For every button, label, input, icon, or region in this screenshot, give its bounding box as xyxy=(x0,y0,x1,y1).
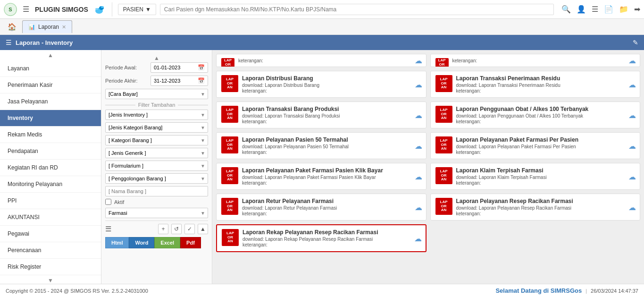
cloud-download-distribusi-icon[interactable]: ☁ xyxy=(415,80,422,89)
home-tab[interactable]: 🏠 xyxy=(4,20,20,34)
report-card-penggunaan-obat[interactable]: LAPORAN Laporan Penggunaan Obat / Alkes … xyxy=(430,102,641,128)
cloud-icon-partial-right[interactable]: ☁ xyxy=(628,56,636,65)
sidebar-item-pegawai[interactable]: Pegawai xyxy=(0,226,101,242)
sidebar-item-rekam-medis[interactable]: Rekam Medis xyxy=(0,127,101,143)
cloud-download-transaksi-produksi-icon[interactable]: ☁ xyxy=(415,110,422,119)
patient-search-box[interactable] xyxy=(160,4,554,15)
check-action-button[interactable]: ✓ xyxy=(184,224,195,234)
report-card-transaksi-produksi[interactable]: LAPORAN Laporan Transaksi Barang Produks… xyxy=(216,102,427,128)
cloud-download-penerimaan-residu-icon[interactable]: ☁ xyxy=(628,80,636,89)
periode-awal-field[interactable] xyxy=(154,65,198,70)
jenis-kategori-select[interactable]: [Jenis Kategori Barang] xyxy=(105,122,208,133)
top-partial-reports-grid: LAPORAN keterangan: ☁ LAPORAN keterangan… xyxy=(216,54,640,67)
cara-bayar-select[interactable]: [Cara Bayar] xyxy=(105,89,208,99)
logout-icon[interactable]: ➡ xyxy=(634,5,640,14)
report-card-rekap-resep-racikan[interactable]: LAPORAN Laporan Rekap Pelayanan Resep Ra… xyxy=(216,224,427,252)
formularium-wrap: [ Formularium ] ▼ xyxy=(105,161,208,171)
cloud-download-retur-farmasi-icon[interactable]: ☁ xyxy=(415,203,422,212)
report-card-paket-farmasi-klik-bayar[interactable]: LAPORAN Laporan Pelayanan Paket Farmasi … xyxy=(216,163,427,190)
sidebar-item-penerimaan-kasir[interactable]: Penerimaan Kasir xyxy=(0,77,101,93)
cloud-download-paket-farmasi-klik-bayar-icon[interactable]: ☁ xyxy=(415,172,422,181)
report-card-retur-farmasi[interactable]: LAPORAN Laporan Retur Pelayanan Farmasi … xyxy=(216,194,427,221)
sub-header-menu-icon[interactable]: ☰ xyxy=(6,39,12,46)
report-card-paket-farmasi-per-pasien[interactable]: LAPORAN Laporan Pelayanan Paket Farmasi … xyxy=(430,132,641,159)
sidebar-scroll-up[interactable]: ▲ xyxy=(0,50,101,60)
patient-search-input[interactable] xyxy=(164,6,550,13)
periode-akhir-input[interactable]: 📅 xyxy=(151,76,208,86)
cloud-download-klaim-terpisah-icon[interactable]: ☁ xyxy=(628,172,636,181)
export-buttons-group: Html Word Excel Pdf xyxy=(105,237,208,248)
sidebar-item-perencanaan[interactable]: Perencanaan xyxy=(0,242,101,259)
add-user-icon[interactable]: 👤 xyxy=(577,5,586,14)
cloud-download-resep-racikan-icon[interactable]: ☁ xyxy=(628,203,636,212)
search-icon[interactable]: 🔍 xyxy=(561,5,571,14)
export-excel-button[interactable]: Excel xyxy=(154,237,180,248)
pasien-button[interactable]: PASIEN ▼ xyxy=(118,4,156,15)
footer-welcome-label: Selamat Datang di SIMRSGos xyxy=(495,287,582,294)
cloud-download-penggunaan-obat-icon[interactable]: ☁ xyxy=(628,110,636,119)
formularium-select[interactable]: [ Formularium ] xyxy=(105,161,208,171)
unit-select[interactable]: Farmasi xyxy=(105,208,208,218)
refresh-action-button[interactable]: ↺ xyxy=(171,224,182,234)
reports-content-area: LAPORAN keterangan: ☁ LAPORAN keterangan… xyxy=(212,50,644,284)
penggolongan-wrap: [ Penggolongan Barang ] ▼ xyxy=(105,173,208,184)
sidebar-item-risk-register[interactable]: Risk Register xyxy=(0,259,101,275)
cloud-icon-partial-left[interactable]: ☁ xyxy=(415,56,422,65)
jenis-generik-select[interactable]: [ Jenis Generik ] xyxy=(105,148,208,158)
cloud-download-rekap-resep-racikan-icon[interactable]: ☁ xyxy=(414,234,422,243)
sub-header-edit-icon[interactable]: ✎ xyxy=(633,39,638,46)
sidebar-item-monitoring-pelayanan[interactable]: Monitoring Pelayanan xyxy=(0,176,101,193)
up-action-button[interactable]: ▲ xyxy=(198,224,208,234)
list-action-icon[interactable]: ☰ xyxy=(105,225,111,233)
tab-close-icon[interactable]: ✕ xyxy=(62,24,66,30)
folder-icon[interactable]: 📁 xyxy=(619,5,628,14)
nama-barang-input[interactable] xyxy=(105,186,208,196)
cloud-download-pelayanan-pasien-50-icon[interactable]: ☁ xyxy=(415,141,422,150)
export-word-button[interactable]: Word xyxy=(129,237,154,248)
report-icon-paket-farmasi-klik-bayar: LAPORAN xyxy=(221,167,238,184)
report-download-pelayanan-pasien-50: download: Laporan Pelayanan Pasien 50 Te… xyxy=(242,144,421,149)
report-card-distribusi-barang[interactable]: LAPORAN Laporan Distribusi Barang downlo… xyxy=(216,71,427,98)
sidebar-item-pendapatan[interactable]: Pendapatan xyxy=(0,143,101,160)
filter-scroll-up[interactable]: ▲ xyxy=(105,54,208,62)
export-pdf-button[interactable]: Pdf xyxy=(180,237,201,248)
sidebar-item-kegiatan-ri-rd[interactable]: Kegiatan RI dan RD xyxy=(0,160,101,176)
laporan-tab[interactable]: 📊 Laporan ✕ xyxy=(22,20,72,33)
periode-awal-input[interactable]: 📅 xyxy=(151,62,208,73)
report-info-paket-farmasi-klik-bayar: Laporan Pelayanan Paket Farmasi Pasien K… xyxy=(242,167,421,186)
report-card-penerimaan-residu[interactable]: LAPORAN Laporan Transaksi Penerimaan Res… xyxy=(430,71,641,98)
cloud-download-paket-farmasi-per-pasien-icon[interactable]: ☁ xyxy=(628,141,636,150)
aktif-checkbox[interactable] xyxy=(105,199,111,205)
sidebar-item-akuntansi[interactable]: AKUNTANSI xyxy=(0,209,101,226)
report-info-rekap-resep-racikan: Laporan Rekap Pelayanan Resep Racikan Fa… xyxy=(243,229,421,247)
unit-wrap: Farmasi ▼ xyxy=(105,208,208,218)
reports-grid: LAPORAN Laporan Distribusi Barang downlo… xyxy=(216,71,640,252)
calendar-akhir-icon[interactable]: 📅 xyxy=(198,77,205,84)
sidebar-item-jasa-pelayanan[interactable]: Jasa Pelayanan xyxy=(0,93,101,110)
add-action-button[interactable]: + xyxy=(158,224,168,234)
aktif-checkbox-row: Aktif xyxy=(105,199,208,205)
cara-bayar-wrap: [Cara Bayar] ▼ xyxy=(105,89,208,99)
report-card-klaim-terpisah[interactable]: LAPORAN Laporan Klaim Terpisah Farmasi d… xyxy=(430,163,641,190)
kategori-barang-select[interactable]: [ Kategori Barang ] xyxy=(105,135,208,145)
report-card-resep-racikan[interactable]: LAPORAN Laporan Pelayanan Resep Racikan … xyxy=(430,194,641,221)
report-icon-retur-farmasi: LAPORAN xyxy=(221,198,238,215)
export-html-button[interactable]: Html xyxy=(105,237,129,248)
sidebar-item-inventory[interactable]: Inventory xyxy=(0,110,101,127)
sidebar-item-layanan[interactable]: Layanan xyxy=(0,60,101,77)
penggolongan-select[interactable]: [ Penggolongan Barang ] xyxy=(105,173,208,184)
sidebar-item-ppi[interactable]: PPI xyxy=(0,193,101,209)
report-title-penggunaan-obat: Laporan Penggunaan Obat / Alkes 100 Terb… xyxy=(456,106,636,112)
periode-akhir-field[interactable] xyxy=(154,78,198,84)
list-icon[interactable]: ☰ xyxy=(592,5,598,14)
sidebar-scroll-down[interactable]: ▼ xyxy=(0,275,101,284)
footer-divider: | xyxy=(585,288,587,294)
hamburger-icon[interactable]: ☰ xyxy=(21,3,31,16)
jenis-inventory-select[interactable]: [Jenis Inventory ] xyxy=(105,110,208,120)
report-card-pelayanan-pasien-50[interactable]: LAPORAN Laporan Pelayanan Pasien 50 Term… xyxy=(216,132,427,159)
calendar-awal-icon[interactable]: 📅 xyxy=(198,64,205,71)
document-icon[interactable]: 📄 xyxy=(604,5,613,14)
report-download-paket-farmasi-klik-bayar: download: Laporan Pelayanan Paket Farmas… xyxy=(242,175,421,180)
top-bar-icon-group: 🔍 👤 ☰ 📄 📁 ➡ xyxy=(561,5,640,14)
filter-tambahan-label: Filter Tambahan xyxy=(105,102,208,108)
